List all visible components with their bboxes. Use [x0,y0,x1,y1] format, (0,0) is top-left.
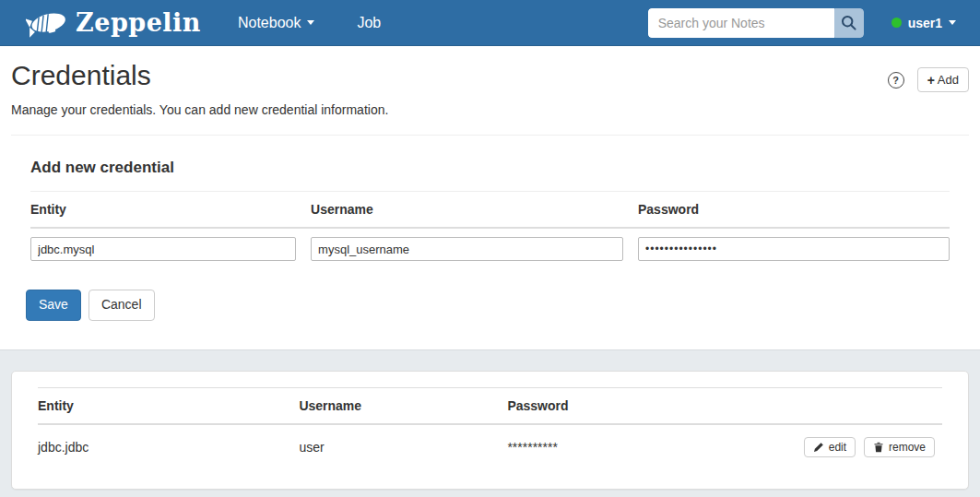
entity-input[interactable] [30,237,296,261]
credentials-table: Entity Username Password jdbc.jdbc user … [38,387,942,469]
search-button[interactable] [834,8,864,38]
search-input[interactable] [648,8,834,38]
user-status-dot [891,18,902,28]
form-column-username: Username [311,192,638,229]
edit-button[interactable]: edit [804,437,856,457]
list-column-entity: Entity [38,387,299,424]
edit-button-label: edit [829,441,846,454]
user-name: user1 [908,16,942,30]
notes-search [648,8,864,38]
nav-job[interactable]: Job [344,6,394,41]
cancel-button[interactable]: Cancel [89,290,155,321]
credential-username: user [299,424,507,469]
chevron-down-icon [307,20,314,25]
brand-title: Zeppelin [76,10,201,35]
page-title: Credentials [11,60,151,90]
list-column-password: Password [507,387,803,424]
table-row: jdbc.jdbc user ********** edit [38,424,942,469]
credential-entity: jdbc.jdbc [38,424,299,469]
username-input[interactable] [311,237,623,261]
credential-password-masked: ********** [507,424,803,469]
plus-icon: + [927,74,935,87]
list-column-actions [804,387,942,424]
list-column-username: Username [299,387,507,424]
add-button-label: Add [938,73,959,87]
trash-icon [873,442,884,453]
form-inputs-row [30,228,950,269]
top-navbar: Zeppelin Notebook Job user1 [0,0,980,46]
main-nav: Notebook Job [225,6,410,41]
form-table: Entity Username Password [30,191,950,269]
help-icon[interactable]: ? [888,72,904,89]
credential-actions: edit remove [804,424,942,469]
credentials-list-section: Entity Username Password jdbc.jdbc user … [0,349,980,497]
nav-notebook-label: Notebook [238,15,301,31]
search-icon [841,15,857,31]
user-menu[interactable]: user1 [891,16,956,30]
remove-button-label: remove [889,441,926,454]
zeppelin-home-link[interactable]: Zeppelin [26,8,201,38]
form-column-password: Password [638,192,950,229]
header-actions: ? + Add [888,60,969,92]
nav-job-label: Job [357,15,381,31]
header-divider [11,135,969,136]
credentials-card: Entity Username Password jdbc.jdbc user … [11,371,969,490]
credentials-page: Credentials ? + Add Manage your credenti… [0,46,980,321]
pencil-icon [813,442,824,453]
form-actions: Save Cancel [26,290,950,321]
add-credential-button[interactable]: + Add [917,67,969,92]
page-header: Credentials ? + Add [11,46,969,92]
chevron-down-icon [949,20,956,25]
remove-button[interactable]: remove [864,437,935,457]
nav-notebook-dropdown[interactable]: Notebook [225,6,328,41]
form-heading: Add new credential [30,159,950,177]
save-button[interactable]: Save [26,290,81,321]
password-input[interactable] [638,237,950,261]
zeppelin-blimp-icon [26,8,68,38]
form-column-entity: Entity [30,192,311,229]
add-credential-form: Add new credential Entity Username Passw… [30,159,950,321]
page-subtitle: Manage your credentials. You can add new… [11,102,969,117]
